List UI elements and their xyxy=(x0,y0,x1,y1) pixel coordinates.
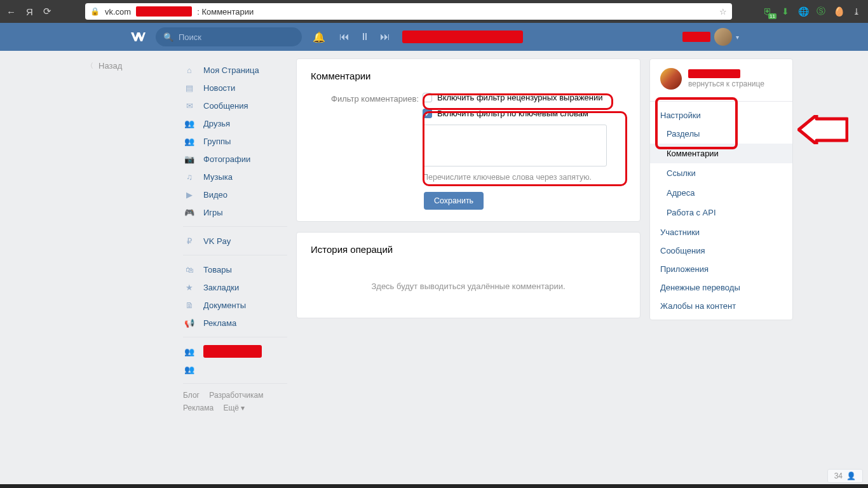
nav-label: Друзья xyxy=(203,119,230,128)
nav-item-0[interactable]: ⌂Моя Страница xyxy=(183,61,287,79)
url-host: vk.com xyxy=(105,7,131,17)
nav-item-7[interactable]: ▶Видео xyxy=(183,186,287,203)
sidebar-transfers-link[interactable]: Денежные переводы xyxy=(650,278,792,296)
extension-globe-icon[interactable]: 🌐 xyxy=(798,6,808,17)
nav-label: Документы xyxy=(203,301,246,310)
home-icon: ⌂ xyxy=(183,65,196,75)
nav-item-4[interactable]: 👥Группы xyxy=(183,132,287,150)
settings-sidebar: вернуться к странице Настройки Разделы К… xyxy=(649,58,793,320)
nav-more-2[interactable]: 🗎Документы xyxy=(183,296,287,314)
group-icon: 👥 xyxy=(183,347,196,356)
player-track-redacted xyxy=(402,30,523,43)
reload-icon[interactable]: ⟳ xyxy=(43,6,51,17)
nav-label: Видео xyxy=(203,190,227,200)
extension-download-icon[interactable]: ⬇ xyxy=(780,6,790,17)
sidebar-item-sections[interactable]: Разделы xyxy=(650,124,792,144)
player-pause-icon[interactable]: ⏸ xyxy=(356,31,373,43)
footer-link-more[interactable]: Ещё ▾ xyxy=(223,403,245,412)
history-empty-text: Здесь будут выводиться удалённые коммент… xyxy=(297,266,640,306)
player-prev-icon[interactable]: ⏮ xyxy=(336,31,353,43)
notifications-icon[interactable]: 🔔 xyxy=(311,31,327,43)
card-title: Комментарии xyxy=(297,59,640,93)
community-name-redacted xyxy=(688,69,740,78)
nav-item-2[interactable]: ✉Сообщения xyxy=(183,97,287,114)
nav-label: Игры xyxy=(203,208,223,217)
nav-item-5[interactable]: 📷Фотографии xyxy=(183,150,287,168)
nav-more-3[interactable]: 📢Реклама xyxy=(183,314,287,332)
nav-item-6[interactable]: ♫Музыка xyxy=(183,168,287,186)
music-icon: ♫ xyxy=(183,172,196,182)
address-bar[interactable]: 🔒 vk.com : Комментарии ☆ xyxy=(85,3,732,20)
back-label: Назад xyxy=(98,61,122,71)
sidebar-members-link[interactable]: Участники xyxy=(650,222,792,241)
bookmark-star-icon[interactable]: ☆ xyxy=(719,7,727,17)
save-button[interactable]: Сохранить xyxy=(424,192,484,210)
pay-icon: ₽ xyxy=(183,236,196,246)
checkbox-label: Включить фильтр по ключевым словам xyxy=(437,109,588,118)
sidebar-messages-link[interactable]: Сообщения xyxy=(650,241,792,259)
nav-community-1[interactable]: 👥 xyxy=(183,342,287,360)
nav-more-1[interactable]: ★Закладки xyxy=(183,278,287,296)
bottom-border xyxy=(0,484,868,488)
search-input[interactable] xyxy=(179,32,294,42)
nav-label: Реклама xyxy=(203,318,236,328)
checkbox-label: Включить фильтр нецензурных выражений xyxy=(437,93,603,102)
chevron-left-icon: 〈 xyxy=(86,61,93,71)
user-menu[interactable]: ▾ xyxy=(682,28,739,46)
player-next-icon[interactable]: ⏭ xyxy=(377,31,393,43)
extension-s-icon[interactable]: Ⓢ xyxy=(816,6,826,17)
avatar xyxy=(714,28,732,46)
keyword-filter-checkbox[interactable]: ✓ Включить фильтр по ключевым словам xyxy=(423,109,626,118)
sidebar-settings-link[interactable]: Настройки xyxy=(650,105,792,124)
sidebar-apps-link[interactable]: Приложения xyxy=(650,259,792,278)
vk-logo[interactable] xyxy=(129,31,147,43)
nav-item-3[interactable]: 👥Друзья xyxy=(183,114,287,132)
browser-chrome: ← Я ⟳ 🔒 vk.com : Комментарии ☆ ⛨ ⬇ 🌐 Ⓢ 🥚… xyxy=(0,0,868,23)
sidebar-item-links[interactable]: Ссылки xyxy=(650,163,792,183)
checkbox-checked-icon: ✓ xyxy=(423,109,432,118)
nav-item-8[interactable]: 🎮Игры xyxy=(183,203,287,221)
nav-item-1[interactable]: ▤Новости xyxy=(183,79,287,97)
extension-egg-icon[interactable]: 🥚 xyxy=(834,6,844,17)
nav-vk-pay[interactable]: ₽ VK Pay xyxy=(183,232,287,250)
footer-link-blog[interactable]: Блог xyxy=(183,391,200,400)
nav-more-0[interactable]: 🛍Товары xyxy=(183,261,287,278)
back-button[interactable]: 〈 Назад xyxy=(75,61,183,71)
vk-header: 🔍 🔔 ⏮ ⏸ ⏭ ▾ xyxy=(0,23,868,51)
nav-community-2[interactable]: 👥 xyxy=(183,360,287,378)
group-icon: 👥 xyxy=(183,365,196,374)
url-title-suffix: : Комментарии xyxy=(197,7,254,17)
sidebar-item-api[interactable]: Работа с API xyxy=(650,203,792,222)
nav-label: VK Pay xyxy=(203,236,231,246)
comments-settings-card: Комментарии Фильтр комментариев: Включит… xyxy=(296,58,641,222)
online-counter[interactable]: 34 👤 xyxy=(827,469,863,483)
filter-label: Фильтр комментариев: xyxy=(311,93,419,104)
nav-label: Сообщения xyxy=(203,101,248,111)
nav-label: Моя Страница xyxy=(203,65,259,75)
online-count: 34 xyxy=(834,471,843,480)
card-title: История операций xyxy=(297,233,640,266)
profanity-filter-checkbox[interactable]: Включить фильтр нецензурных выражений xyxy=(423,93,626,102)
keywords-hint: Перечислите ключевые слова через запятую… xyxy=(423,173,626,182)
extension-shield-icon[interactable]: ⛨ xyxy=(763,6,773,17)
back-icon[interactable]: ← xyxy=(6,6,16,17)
return-to-page-link[interactable]: вернуться к странице xyxy=(688,79,764,88)
keywords-textarea[interactable] xyxy=(423,125,607,166)
sidebar-item-addresses[interactable]: Адреса xyxy=(650,183,792,203)
downloads-icon[interactable]: ⤓ xyxy=(851,6,862,17)
url-redacted xyxy=(136,6,192,17)
games-icon: 🎮 xyxy=(183,208,196,217)
nav-label: Товары xyxy=(203,265,232,274)
lock-icon: 🔒 xyxy=(90,7,100,16)
left-nav: ⌂Моя Страница▤Новости✉Сообщения👥Друзья👥Г… xyxy=(183,58,287,414)
bookmarks-icon: ★ xyxy=(183,283,196,292)
sidebar-item-comments[interactable]: Комментарии xyxy=(650,144,792,163)
yandex-icon[interactable]: Я xyxy=(26,6,33,17)
sidebar-complaints-link[interactable]: Жалобы на контент xyxy=(650,296,792,315)
docs-icon: 🗎 xyxy=(183,301,196,310)
person-icon: 👤 xyxy=(846,471,856,480)
search-box[interactable]: 🔍 xyxy=(156,27,302,46)
footer-links: Блог Разработчикам Реклама Ещё ▾ xyxy=(183,389,287,414)
footer-link-ads[interactable]: Реклама xyxy=(183,403,214,412)
footer-link-dev[interactable]: Разработчикам xyxy=(209,391,263,400)
